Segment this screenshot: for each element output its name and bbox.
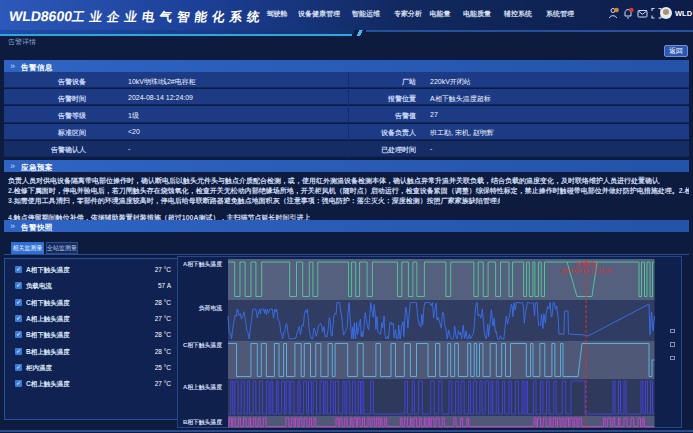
svg-text:2024-08-14 12:24:09: 2024-08-14 12:24:09 bbox=[560, 268, 611, 274]
svg-text:告警时刻: 告警时刻 bbox=[575, 261, 597, 268]
